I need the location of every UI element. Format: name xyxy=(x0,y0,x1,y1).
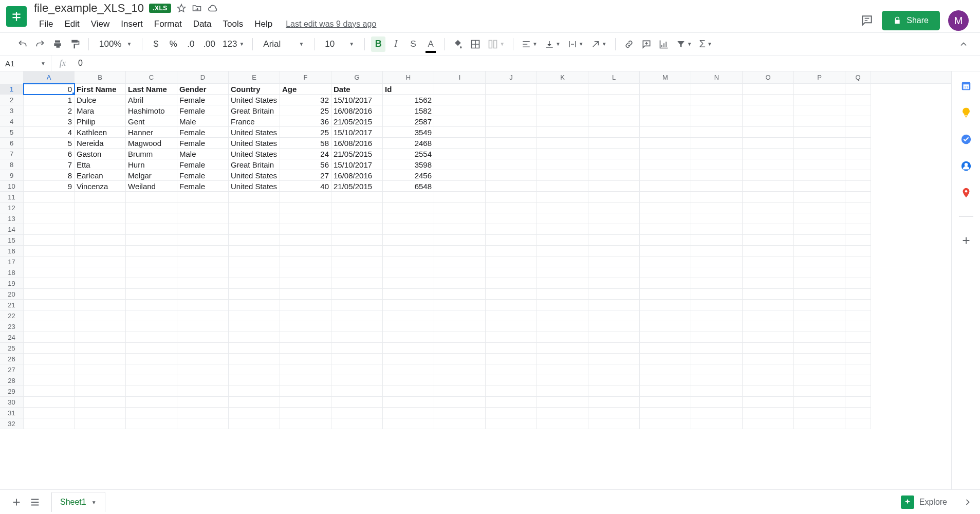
cell[interactable] xyxy=(331,224,383,235)
cell[interactable] xyxy=(537,159,588,170)
cell[interactable]: 21/05/2015 xyxy=(331,149,383,159)
cell[interactable] xyxy=(640,386,691,397)
cell[interactable] xyxy=(229,278,280,289)
cell[interactable]: 2456 xyxy=(383,170,434,181)
cell[interactable] xyxy=(486,332,537,343)
cell[interactable]: 32 xyxy=(280,95,331,105)
cell[interactable] xyxy=(383,300,434,310)
cell[interactable]: 1 xyxy=(24,95,75,105)
cell[interactable] xyxy=(691,364,743,375)
cell[interactable] xyxy=(588,321,640,332)
cell[interactable] xyxy=(486,138,537,149)
cell[interactable] xyxy=(691,354,743,364)
cell[interactable] xyxy=(691,181,743,192)
col-header-K[interactable]: K xyxy=(537,71,588,83)
font-size-select[interactable]: 10▼ xyxy=(321,39,358,49)
cell[interactable]: 36 xyxy=(280,116,331,127)
cell[interactable]: United States xyxy=(229,149,280,159)
cell[interactable] xyxy=(434,192,486,203)
cell[interactable] xyxy=(280,267,331,278)
cell[interactable] xyxy=(177,300,229,310)
cell[interactable] xyxy=(743,159,794,170)
calendar-icon[interactable]: 31 xyxy=(960,80,972,92)
cell[interactable] xyxy=(743,170,794,181)
select-all-corner[interactable] xyxy=(0,71,24,84)
row-header[interactable]: 3 xyxy=(0,105,24,116)
cell[interactable] xyxy=(331,332,383,343)
cell[interactable] xyxy=(177,408,229,418)
decrease-decimal-button[interactable]: .0 xyxy=(183,36,198,52)
cell[interactable] xyxy=(229,213,280,224)
cell[interactable] xyxy=(588,375,640,386)
cell[interactable] xyxy=(794,95,845,105)
cell[interactable] xyxy=(845,203,871,213)
cell[interactable] xyxy=(588,256,640,267)
cell[interactable] xyxy=(177,224,229,235)
maps-icon[interactable] xyxy=(960,187,972,199)
cell[interactable] xyxy=(588,138,640,149)
col-header-O[interactable]: O xyxy=(743,71,794,83)
currency-button[interactable]: $ xyxy=(149,36,163,52)
row-header[interactable]: 6 xyxy=(0,138,24,149)
cell[interactable]: 16/08/2016 xyxy=(331,105,383,116)
cell[interactable] xyxy=(640,127,691,138)
cell[interactable] xyxy=(229,246,280,256)
last-edit-link[interactable]: Last edit was 9 days ago xyxy=(286,20,376,29)
cell[interactable] xyxy=(486,321,537,332)
cell[interactable] xyxy=(794,116,845,127)
cell[interactable] xyxy=(280,364,331,375)
cell[interactable] xyxy=(486,105,537,116)
row-header[interactable]: 7 xyxy=(0,149,24,159)
cell[interactable] xyxy=(794,149,845,159)
cell[interactable]: Female xyxy=(177,159,229,170)
tasks-icon[interactable] xyxy=(960,133,972,145)
cell[interactable] xyxy=(794,127,845,138)
cell[interactable] xyxy=(75,310,126,321)
cell[interactable] xyxy=(794,278,845,289)
cell[interactable] xyxy=(743,224,794,235)
filter-button[interactable]: ▼ xyxy=(674,36,694,52)
v-align-button[interactable]: ▼ xyxy=(543,36,563,52)
cell[interactable] xyxy=(743,181,794,192)
cell[interactable] xyxy=(640,332,691,343)
cell[interactable] xyxy=(434,375,486,386)
cell[interactable] xyxy=(640,375,691,386)
italic-button[interactable]: I xyxy=(389,36,403,52)
cell[interactable]: Country xyxy=(229,84,280,95)
cell[interactable] xyxy=(331,310,383,321)
cell[interactable] xyxy=(794,203,845,213)
col-header-H[interactable]: H xyxy=(383,71,434,83)
cell[interactable] xyxy=(640,418,691,429)
row-header[interactable]: 15 xyxy=(0,235,24,246)
cell[interactable] xyxy=(537,354,588,364)
cell[interactable] xyxy=(280,354,331,364)
cell[interactable] xyxy=(383,246,434,256)
cell[interactable] xyxy=(794,332,845,343)
cell[interactable] xyxy=(75,192,126,203)
cell[interactable] xyxy=(229,418,280,429)
formula-input[interactable]: 0 xyxy=(74,59,980,68)
col-header-A[interactable]: A xyxy=(24,71,75,83)
cell[interactable]: Hashimoto xyxy=(126,105,177,116)
cell[interactable]: Weiland xyxy=(126,181,177,192)
cell[interactable]: 2554 xyxy=(383,149,434,159)
cell[interactable] xyxy=(126,408,177,418)
cell[interactable] xyxy=(280,300,331,310)
row-header[interactable]: 8 xyxy=(0,159,24,170)
cell[interactable] xyxy=(794,375,845,386)
cell[interactable] xyxy=(537,267,588,278)
cloud-icon[interactable] xyxy=(207,3,218,14)
cell[interactable] xyxy=(486,364,537,375)
increase-decimal-button[interactable]: .00 xyxy=(201,36,217,52)
cell[interactable] xyxy=(537,138,588,149)
cell[interactable] xyxy=(794,213,845,224)
row-header[interactable]: 29 xyxy=(0,386,24,397)
row-header[interactable]: 22 xyxy=(0,310,24,321)
cell[interactable] xyxy=(691,192,743,203)
cell[interactable] xyxy=(845,246,871,256)
row-header[interactable]: 9 xyxy=(0,170,24,181)
cell[interactable]: Gent xyxy=(126,116,177,127)
cell[interactable] xyxy=(24,386,75,397)
col-header-F[interactable]: F xyxy=(280,71,331,83)
cell[interactable]: First Name xyxy=(75,84,126,95)
